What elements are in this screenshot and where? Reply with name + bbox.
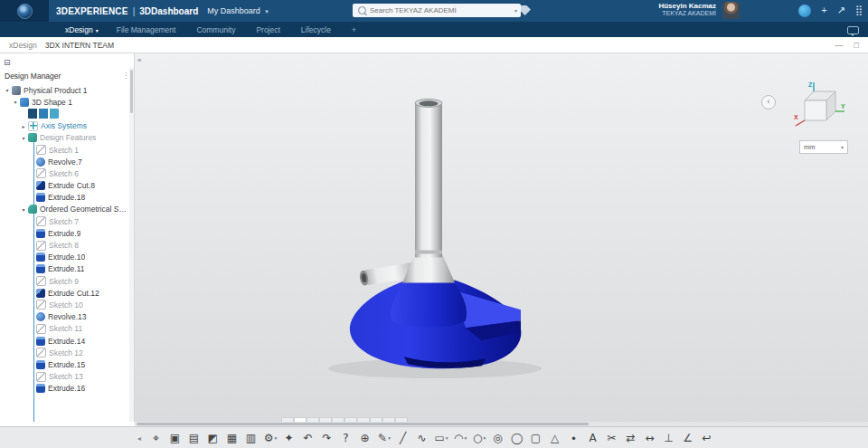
rectangle-icon[interactable]: ▭▾ <box>432 430 450 447</box>
units-dropdown[interactable]: mm ▾ <box>799 140 848 154</box>
zoom-icon[interactable]: ⊕ <box>356 430 374 447</box>
app-tab[interactable]: Community <box>196 25 238 34</box>
expand-arrow-icon[interactable]: ▾ <box>12 99 19 105</box>
add-icon[interactable]: + <box>821 4 826 17</box>
expand-icon[interactable]: □ <box>854 41 859 50</box>
toolbar-scroll-left-icon[interactable]: ◂ <box>137 434 141 443</box>
3ds-logo[interactable] <box>0 0 49 22</box>
tree-item[interactable]: Sketch 1 <box>0 144 129 156</box>
avatar[interactable] <box>722 2 740 19</box>
toolbar-button-glyph: ✎ <box>378 430 387 447</box>
point-icon[interactable]: ∙ <box>565 430 583 447</box>
concentric-circle-icon[interactable]: ◎ <box>489 430 507 447</box>
3d-viewport[interactable]: « <box>135 53 868 422</box>
tree-item[interactable]: Extrude.14 <box>0 335 129 347</box>
global-search[interactable]: ▾ <box>353 4 521 17</box>
trim-icon[interactable]: ✂ <box>603 430 621 447</box>
expand-arrow-icon[interactable]: ▾ <box>20 206 27 213</box>
mirror-icon[interactable]: ⇄ <box>622 430 640 447</box>
dimension-icon[interactable]: ↔ <box>641 430 659 447</box>
panel-scrollbar[interactable] <box>129 68 134 422</box>
tag-icon[interactable] <box>521 5 531 15</box>
model-3d-bunsen-burner[interactable] <box>135 53 868 422</box>
text-icon[interactable]: A <box>584 430 602 447</box>
app-tab-label: Lifecycle <box>301 25 331 34</box>
breadcrumb-title[interactable]: 3DX INTERN TEAM <box>45 41 114 50</box>
app-tab-label: + <box>352 25 356 34</box>
app-tab[interactable]: + <box>352 25 359 34</box>
tree-item[interactable]: Revolve.13 <box>0 311 129 323</box>
paste-icon[interactable]: ▣ <box>166 430 184 447</box>
expand-arrow-icon[interactable]: ▾ <box>4 87 11 93</box>
tree-item[interactable]: Revolve.7 <box>0 156 129 167</box>
assistant-icon[interactable] <box>798 5 811 17</box>
tree-item[interactable]: ▾ Design Features <box>0 132 129 144</box>
tree-item[interactable]: Sketch 10 <box>0 299 129 310</box>
search-input[interactable] <box>368 5 513 15</box>
viewcube-collapse-icon[interactable]: ‹ <box>761 95 776 110</box>
redo-icon[interactable]: ↷ <box>318 430 336 447</box>
scrollbar-thumb[interactable] <box>130 70 133 113</box>
tree-item[interactable]: Sketch 8 <box>0 239 129 251</box>
settings-icon[interactable]: ⚙▾ <box>261 430 279 447</box>
circle-icon[interactable]: ○▾ <box>470 430 488 447</box>
app-tab[interactable]: File Management <box>117 25 179 34</box>
view-cube[interactable]: Z Y X <box>792 79 848 131</box>
polygon-icon[interactable]: △ <box>546 430 564 447</box>
tree-view-icon[interactable]: ⊟ <box>4 58 11 67</box>
tree-item[interactable]: Sketch 6 <box>0 167 129 179</box>
sketch-pencil-icon[interactable]: ✎▾ <box>375 430 393 447</box>
app-tab[interactable]: xDesign▾ <box>65 25 99 34</box>
kebab-menu-icon[interactable]: ⋮ <box>122 71 129 80</box>
horizontal-scrollbar[interactable] <box>135 422 868 426</box>
apps-grid-icon[interactable]: ⣿ <box>855 4 863 17</box>
comments-icon[interactable] <box>847 26 859 34</box>
app-tab[interactable]: Lifecycle <box>301 25 334 34</box>
print-icon[interactable]: ▦ <box>223 430 241 447</box>
tree-item[interactable]: Extrude.18 <box>0 192 129 204</box>
arc-icon[interactable]: ◠▾ <box>451 430 469 447</box>
tree-item[interactable]: Sketch 11 <box>0 323 129 335</box>
tree-item[interactable]: Extrude.10 <box>0 252 129 263</box>
spline-icon[interactable]: ∿ <box>413 430 431 447</box>
select-tool-icon[interactable]: ⌖ <box>147 430 165 447</box>
tree-item[interactable]: Sketch 13 <box>0 371 129 383</box>
tree-item[interactable]: Extrude Cut.8 <box>0 180 129 192</box>
minimize-icon[interactable]: — <box>835 41 844 50</box>
user-block[interactable]: Hüseyin Kacmaz TEKYAZ AKADEMİ <box>658 2 716 17</box>
breadcrumb-app[interactable]: xDesign <box>9 41 37 50</box>
tree-item[interactable]: Extrude.15 <box>0 358 129 370</box>
expand-arrow-icon[interactable]: ▸ <box>20 123 27 129</box>
tree-item[interactable]: ▸ Axis Systems <box>0 120 129 132</box>
expand-arrow-icon[interactable]: ▾ <box>20 135 27 141</box>
tree-item[interactable] <box>0 108 129 119</box>
tree-item[interactable]: ▾ Physical Product 1 <box>0 84 129 96</box>
app-tab[interactable]: Project <box>256 25 282 34</box>
tree-item[interactable]: ▾ Ordered Geometrical Set.2 <box>0 204 129 215</box>
slot-icon[interactable]: ▢ <box>527 430 545 447</box>
angle-icon[interactable]: ∠ <box>679 430 697 447</box>
tree-item[interactable]: Extrude Cut.12 <box>0 287 129 299</box>
exit-sketch-icon[interactable]: ↩ <box>698 430 716 447</box>
search-scope-caret-icon[interactable]: ▾ <box>514 7 517 14</box>
dashboard-selector[interactable]: My Dashboard ▾ <box>207 6 269 15</box>
share-icon[interactable]: ↗ <box>837 4 845 17</box>
tree-item[interactable]: Extrude.16 <box>0 383 129 395</box>
save-icon[interactable]: ◩ <box>204 430 222 447</box>
tree-item[interactable]: ▾ 3D Shape 1 <box>0 96 129 108</box>
tree-item[interactable]: Sketch 12 <box>0 347 129 358</box>
tree-item[interactable]: Sketch 9 <box>0 275 129 287</box>
line-icon[interactable]: ╱ <box>394 430 412 447</box>
tree-item[interactable]: Extrude.11 <box>0 263 129 275</box>
design-library-icon[interactable]: ▤ <box>185 430 203 447</box>
tree-item[interactable]: Extrude.9 <box>0 227 129 239</box>
bom-table-icon[interactable]: ▥ <box>242 430 260 447</box>
app-tab-label: Community <box>196 25 235 34</box>
preferences-icon[interactable]: ✦ <box>280 430 298 447</box>
help-icon[interactable]: ? <box>337 430 355 447</box>
tree-item[interactable]: Sketch 7 <box>0 215 129 227</box>
constraint-icon[interactable]: ⊥ <box>660 430 678 447</box>
undo-icon[interactable]: ↶ <box>299 430 317 447</box>
scrollbar-thumb[interactable] <box>137 423 589 425</box>
ellipse-icon[interactable]: ◯ <box>508 430 526 447</box>
